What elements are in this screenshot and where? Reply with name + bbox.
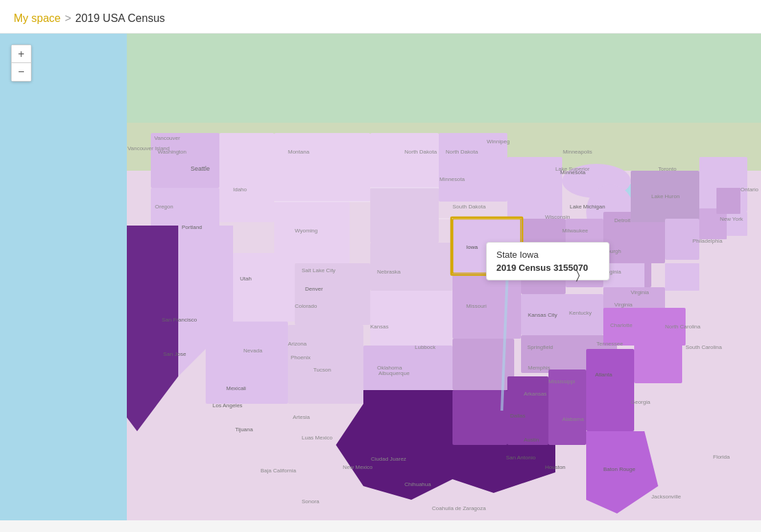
svg-text:Colorado: Colorado [295,303,317,309]
svg-text:Vancouver Island: Vancouver Island [128,145,169,152]
svg-text:Wyoming: Wyoming [295,228,317,234]
svg-text:Atlanta: Atlanta [595,372,612,378]
svg-rect-19 [370,243,452,291]
svg-text:Oregon: Oregon [155,204,173,210]
svg-text:Lake Michigan: Lake Michigan [570,204,605,210]
svg-text:Detroit: Detroit [614,217,631,223]
svg-text:Montana: Montana [288,149,310,155]
svg-text:San Francisco: San Francisco [162,317,197,323]
svg-text:North Dakota: North Dakota [404,149,437,155]
svg-text:Chihuahua: Chihuahua [404,481,431,487]
svg-text:Lubbock: Lubbock [415,344,436,350]
svg-text:Oklahoma: Oklahoma [377,365,402,371]
svg-text:Vancouver: Vancouver [154,135,180,141]
svg-text:Charlotte: Charlotte [610,322,633,328]
svg-text:Mexicali: Mexicali [226,385,246,391]
svg-text:South Dakota: South Dakota [452,204,486,210]
svg-text:Springfield: Springfield [527,344,553,350]
tooltip-state-label: State Iowa [496,250,599,260]
svg-rect-43 [586,349,634,431]
svg-text:Arkansas: Arkansas [524,391,546,397]
svg-rect-36 [206,322,288,404]
svg-text:San Jose: San Jose [163,351,186,357]
svg-text:Jacksonville: Jacksonville [651,494,681,500]
svg-text:Missouri: Missouri [466,303,487,309]
svg-text:Florida: Florida [713,454,730,460]
svg-rect-12 [370,133,439,188]
svg-text:Winnipeg: Winnipeg [487,138,509,145]
svg-text:Georgia: Georgia [631,399,651,405]
svg-text:Nevada: Nevada [243,348,263,354]
svg-text:New Mexico: New Mexico [343,464,373,470]
svg-text:Nebraska: Nebraska [377,269,401,275]
svg-text:Coahuila de Zaragoza: Coahuila de Zaragoza [432,505,486,511]
svg-text:Baja California: Baja California [261,468,297,474]
tooltip-census-value: 3155070 [553,263,588,273]
zoom-controls: + − [11,45,32,82]
svg-text:Utah: Utah [240,276,252,282]
svg-text:Kentucky: Kentucky [569,310,592,316]
svg-text:Phoenix: Phoenix [291,354,311,361]
svg-text:Ontario: Ontario [740,186,759,193]
svg-text:New York: New York [720,216,744,222]
zoom-out-button[interactable]: − [12,63,31,81]
svg-text:Arizona: Arizona [288,341,307,347]
svg-rect-11 [274,133,370,202]
svg-text:Lake Superior: Lake Superior [555,166,590,172]
svg-text:Luas Mexico: Luas Mexico [302,435,333,441]
svg-text:Salt Lake City: Salt Lake City [302,267,335,274]
svg-text:Ciudad Juarez: Ciudad Juarez [371,456,407,462]
svg-text:Sonora: Sonora [302,498,319,505]
svg-text:Mississippi: Mississippi [548,378,575,385]
svg-rect-25 [370,291,452,346]
svg-rect-46 [665,263,699,291]
svg-text:Denver: Denver [305,286,323,292]
svg-text:Austin: Austin [524,437,539,443]
svg-text:Tijuana: Tijuana [235,426,253,433]
map-container[interactable]: Seattle Portland San Francisco San Jose … [0,34,761,520]
breadcrumb-current: 2019 USA Census [75,12,165,25]
svg-rect-40 [452,390,507,445]
svg-text:Idaho: Idaho [233,186,247,193]
svg-text:Wisconsin: Wisconsin [545,214,570,220]
svg-text:Los Angeles: Los Angeles [213,402,243,409]
svg-text:Portland: Portland [182,224,202,230]
svg-rect-31 [603,219,665,263]
svg-text:Kansas City: Kansas City [528,312,557,318]
svg-rect-16 [507,157,562,219]
svg-text:Houston: Houston [545,464,566,470]
svg-text:Alabama: Alabama [562,416,584,422]
breadcrumb-myspace[interactable]: My space [14,12,60,25]
svg-text:Virginia: Virginia [631,289,649,295]
breadcrumb-separator: > [64,12,71,25]
svg-text:Tennessee: Tennessee [596,341,623,347]
tooltip-census-label: 2019 Census 3155070 [496,263,599,273]
svg-rect-26 [452,274,521,339]
svg-text:Dallas: Dallas [510,413,525,419]
svg-text:Toronto: Toronto [658,166,677,172]
svg-text:Albuquerque: Albuquerque [378,370,410,376]
svg-text:Iowa: Iowa [466,244,478,250]
svg-text:Memphis: Memphis [528,365,550,371]
svg-text:Lake Huron: Lake Huron [651,193,679,200]
svg-rect-37 [288,325,363,404]
svg-text:Minnesota: Minnesota [439,176,465,182]
svg-text:San Antonio: San Antonio [506,455,536,461]
tooltip: State Iowa 2019 Census 3155070 [486,242,609,280]
svg-text:Philadelphia: Philadelphia [692,238,723,244]
svg-rect-8 [151,133,219,188]
svg-text:Virginia: Virginia [614,302,633,308]
svg-rect-49 [716,188,740,214]
tooltip-census-prefix: 2019 Census [496,263,551,273]
svg-rect-10 [219,133,274,222]
svg-text:Artesia: Artesia [293,414,310,420]
svg-rect-41 [507,376,548,445]
svg-text:Kansas: Kansas [370,324,389,330]
svg-text:Baton Rouge: Baton Rouge [603,466,636,472]
svg-text:South Carolina: South Carolina [686,344,722,350]
svg-text:Milwaukee: Milwaukee [562,228,588,234]
svg-text:North Carolina: North Carolina [665,324,701,330]
svg-rect-35 [233,253,295,322]
svg-text:Tucson: Tucson [313,367,331,373]
zoom-in-button[interactable]: + [12,45,31,63]
